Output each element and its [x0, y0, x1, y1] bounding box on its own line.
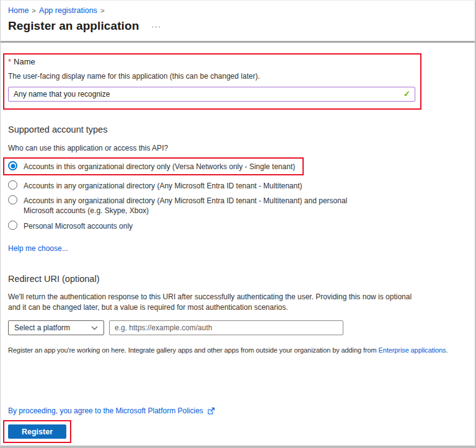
platform-select-dropdown[interactable]: Select a platform	[8, 320, 104, 335]
register-button-highlight: Register	[3, 420, 71, 443]
breadcrumb-app-registrations-link[interactable]: App registrations	[39, 6, 97, 15]
breadcrumb: Home>App registrations>	[8, 6, 467, 15]
name-field-label: *Name	[8, 57, 415, 66]
enterprise-note-period: .	[446, 346, 448, 354]
enterprise-applications-link[interactable]: Enterprise applications	[379, 346, 446, 354]
radio-option-label: Accounts in any organizational directory…	[24, 180, 302, 191]
required-marker: *	[8, 57, 11, 66]
policies-link-text: By proceeding, you agree to the Microsof…	[8, 406, 203, 415]
radio-unselected-icon[interactable]	[8, 180, 17, 190]
radio-option-label: Accounts in this organizational director…	[24, 161, 295, 172]
platform-select-value: Select a platform	[14, 323, 70, 332]
register-button[interactable]: Register	[8, 424, 66, 439]
radio-option-label: Personal Microsoft accounts only	[24, 221, 133, 231]
page-header: Home>App registrations> Register an appl…	[1, 1, 475, 43]
enterprise-note: Register an app you're working on here. …	[8, 346, 467, 354]
name-field-description: The user-facing display name for this ap…	[8, 72, 415, 81]
radio-option-multitenant[interactable]: Accounts in any organizational directory…	[8, 180, 467, 191]
more-options-icon[interactable]: ···	[151, 22, 161, 31]
breadcrumb-home-link[interactable]: Home	[8, 6, 29, 15]
enterprise-note-text: Register an app you're working on here. …	[8, 346, 379, 354]
single-tenant-option-highlight: Accounts in this organizational director…	[3, 157, 304, 175]
breadcrumb-separator: >	[32, 7, 36, 14]
radio-selected-icon[interactable]	[8, 161, 17, 170]
external-link-icon	[207, 407, 215, 415]
account-types-question: Who can use this application or access t…	[8, 144, 467, 152]
name-section-highlight: *Name The user-facing display name for t…	[3, 53, 421, 110]
redirect-uri-description: We'll return the authentication response…	[8, 292, 418, 313]
breadcrumb-separator: >	[100, 7, 105, 14]
radio-unselected-icon[interactable]	[8, 195, 17, 204]
valid-checkmark-icon: ✓	[403, 89, 410, 99]
redirect-uri-input[interactable]	[109, 320, 343, 335]
chevron-down-icon	[91, 326, 98, 330]
radio-option-personal-only[interactable]: Personal Microsoft accounts only	[8, 221, 467, 231]
supported-account-types-heading: Supported account types	[8, 125, 467, 134]
radio-option-label: Accounts in any organizational directory…	[24, 195, 371, 216]
name-input[interactable]	[8, 87, 415, 102]
help-me-choose-link[interactable]: Help me choose...	[8, 244, 68, 253]
platform-policies-link[interactable]: By proceeding, you agree to the Microsof…	[8, 406, 215, 415]
page-title: Register an application	[8, 19, 139, 33]
radio-unselected-icon[interactable]	[8, 221, 17, 230]
register-application-page: Home>App registrations> Register an appl…	[0, 0, 476, 448]
page-content: *Name The user-facing display name for t…	[1, 43, 475, 354]
name-label-text: Name	[14, 57, 35, 66]
radio-option-single-tenant[interactable]: Accounts in this organizational director…	[8, 161, 295, 172]
redirect-uri-heading: Redirect URI (optional)	[8, 274, 467, 284]
page-footer: By proceeding, you agree to the Microsof…	[8, 406, 215, 443]
radio-option-multitenant-personal[interactable]: Accounts in any organizational directory…	[8, 195, 467, 216]
